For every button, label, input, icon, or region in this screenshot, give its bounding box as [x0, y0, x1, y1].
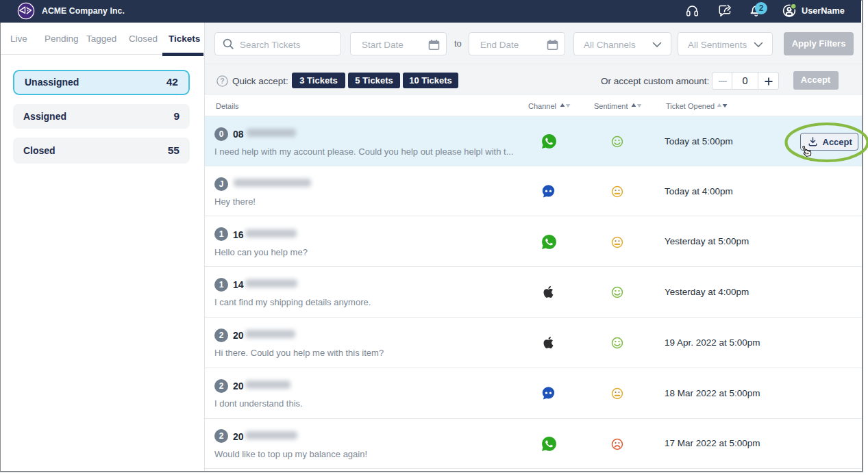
svg-text:?: ? [220, 77, 224, 85]
